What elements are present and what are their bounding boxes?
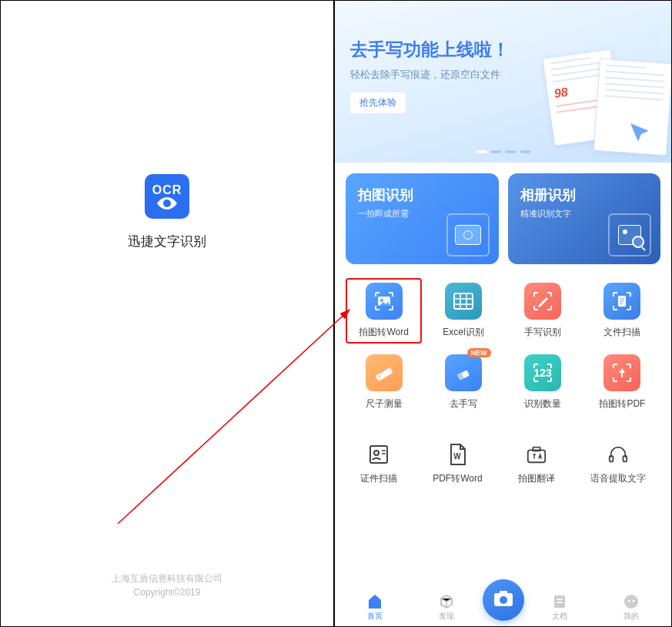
company-text: 上海互盾信息科技有限公司 — [1, 572, 333, 585]
feature-label: Excel识别 — [443, 326, 483, 339]
feature-label: 拍图转Word — [359, 326, 408, 339]
carousel-dots[interactable] — [476, 150, 530, 153]
word-doc-icon: W — [445, 443, 470, 466]
translate-camera-icon — [524, 443, 549, 466]
secondary-label: 拍图翻译 — [518, 472, 555, 485]
album-search-icon — [608, 213, 651, 256]
svg-point-19 — [627, 600, 630, 602]
splash-screen: OCR 迅捷文字识别 上海互盾信息科技有限公司 Copyright©2019 — [1, 1, 335, 626]
app-logo: OCR — [145, 174, 189, 219]
feature-grid: 拍图转Word Excel识别 手写识别 文件扫描 — [335, 264, 671, 421]
svg-point-0 — [165, 202, 169, 206]
number-frame-icon: 123 — [524, 354, 561, 391]
camera-ocr-card[interactable]: 拍图识别 一拍即成所需 — [346, 173, 499, 264]
handwriting-ocr[interactable]: 手写识别 — [505, 278, 581, 344]
promo-banner[interactable]: 去手写功能上线啦！ 轻松去除手写痕迹，还原空白文件 抢先体验 98 — [335, 1, 671, 163]
main-app-screen: 去手写功能上线啦！ 轻松去除手写痕迹，还原空白文件 抢先体验 98 — [335, 1, 671, 626]
feature-label: 去手写 — [450, 397, 477, 411]
excel-ocr[interactable]: Excel识别 — [425, 278, 501, 344]
tab-me[interactable]: 我的 — [595, 594, 667, 622]
document-frame-icon — [603, 283, 640, 320]
ocr-text-icon: OCR — [152, 183, 182, 197]
photo-to-word[interactable]: 拍图转Word — [346, 278, 422, 344]
arrow-cursor-icon — [627, 120, 652, 151]
svg-rect-17 — [554, 595, 565, 608]
svg-point-20 — [632, 600, 634, 602]
pdf-to-word[interactable]: W PDF转Word — [433, 443, 482, 485]
image-frame-icon — [366, 283, 403, 320]
remove-handwriting[interactable]: NEW 去手写 — [425, 350, 501, 415]
card-title: 拍图识别 — [358, 186, 486, 204]
w-letter: W — [454, 452, 462, 461]
headset-icon — [606, 443, 630, 466]
id-card-icon — [366, 443, 391, 466]
camera-frame-icon — [446, 213, 490, 256]
feature-label: 拍图转PDF — [599, 397, 645, 411]
app-name: 迅捷文字识别 — [1, 233, 333, 250]
secondary-label: 证件扫描 — [360, 472, 397, 485]
svg-rect-5 — [375, 367, 393, 381]
eraser-icon — [445, 354, 482, 391]
tab-label: 我的 — [624, 611, 639, 622]
svg-rect-11 — [533, 448, 540, 451]
file-scan[interactable]: 文件扫描 — [584, 278, 660, 344]
tab-label: 发现 — [439, 611, 454, 622]
home-icon — [366, 594, 383, 609]
svg-point-16 — [500, 596, 507, 604]
voice-to-text[interactable]: 语音提取文字 — [590, 443, 646, 485]
feature-label: 手写识别 — [524, 326, 561, 339]
doc-icon — [551, 594, 568, 609]
id-scan[interactable]: 证件扫描 — [360, 443, 397, 485]
photo-translate[interactable]: 拍图翻译 — [518, 443, 555, 485]
try-now-button[interactable]: 抢先体验 — [350, 92, 406, 113]
photo-to-pdf[interactable]: 拍图转PDF — [584, 350, 660, 415]
tab-discover[interactable]: 发现 — [411, 594, 483, 622]
tab-home[interactable]: 首页 — [339, 594, 411, 622]
secondary-label: PDF转Word — [433, 472, 482, 485]
feature-label: 识别数量 — [524, 397, 561, 411]
secondary-feature-row: 证件扫描 W PDF转Word 拍图翻译 语音提取文字 — [335, 421, 671, 485]
svg-rect-10 — [528, 450, 545, 462]
pdf-frame-icon — [603, 354, 640, 391]
bottom-tab-bar: 首页 发现 文档 我的 — [335, 587, 671, 626]
ruler-measure[interactable]: 尺子测量 — [346, 350, 422, 415]
table-icon — [445, 283, 482, 320]
card-title: 相册识别 — [520, 186, 649, 204]
tab-docs[interactable]: 文档 — [524, 594, 596, 622]
feature-label: 文件扫描 — [603, 326, 640, 339]
feature-label: 尺子测量 — [366, 397, 403, 411]
camera-fab-button[interactable] — [483, 579, 524, 621]
count-ocr[interactable]: 123 识别数量 — [505, 350, 581, 415]
copyright-text: Copyright©2019 — [1, 585, 333, 599]
svg-point-9 — [374, 451, 379, 455]
new-badge: NEW — [467, 348, 491, 357]
eye-icon — [157, 197, 177, 210]
tab-label: 首页 — [367, 611, 383, 622]
camera-plus-icon — [493, 589, 514, 611]
svg-rect-15 — [500, 591, 507, 595]
number-text: 123 — [533, 367, 551, 379]
album-ocr-card[interactable]: 相册识别 精准识别文字 — [508, 173, 661, 264]
tab-label: 文档 — [552, 611, 567, 622]
secondary-label: 语音提取文字 — [590, 472, 646, 485]
svg-point-18 — [624, 595, 638, 609]
svg-rect-3 — [454, 293, 473, 309]
svg-point-2 — [380, 299, 383, 302]
pen-frame-icon — [524, 283, 561, 320]
ruler-icon — [366, 354, 403, 391]
cube-icon — [438, 594, 455, 609]
profile-icon — [623, 594, 640, 609]
